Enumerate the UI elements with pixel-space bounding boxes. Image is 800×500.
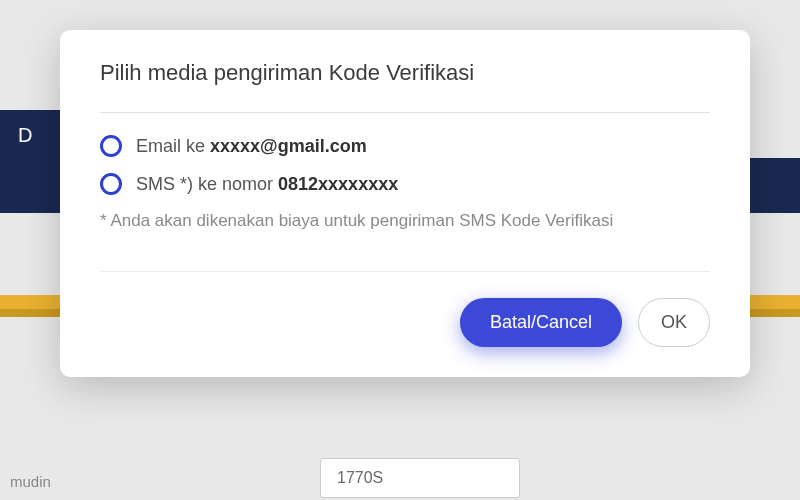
option-email-value: xxxxx@gmail.com (210, 136, 367, 156)
radio-icon (100, 173, 122, 195)
modal-button-row: Batal/Cancel OK (100, 298, 710, 347)
divider-bottom (100, 271, 710, 272)
divider-top (100, 112, 710, 113)
option-email[interactable]: Email ke xxxxx@gmail.com (100, 135, 710, 157)
radio-icon (100, 135, 122, 157)
option-sms-value: 0812xxxxxxxx (278, 174, 398, 194)
option-email-prefix: Email ke (136, 136, 210, 156)
cancel-button[interactable]: Batal/Cancel (460, 298, 622, 347)
option-email-label: Email ke xxxxx@gmail.com (136, 136, 367, 157)
verification-media-modal: Pilih media pengiriman Kode Verifikasi E… (60, 30, 750, 377)
background-input-field[interactable]: 1770S (320, 458, 520, 498)
ok-button[interactable]: OK (638, 298, 710, 347)
option-sms[interactable]: SMS *) ke nomor 0812xxxxxxxx (100, 173, 710, 195)
option-sms-label: SMS *) ke nomor 0812xxxxxxxx (136, 174, 398, 195)
option-sms-prefix: SMS *) ke nomor (136, 174, 278, 194)
modal-title: Pilih media pengiriman Kode Verifikasi (100, 60, 710, 86)
background-text-fragment: mudin (10, 473, 51, 490)
sms-fee-footnote: * Anda akan dikenakan biaya untuk pengir… (100, 211, 710, 231)
